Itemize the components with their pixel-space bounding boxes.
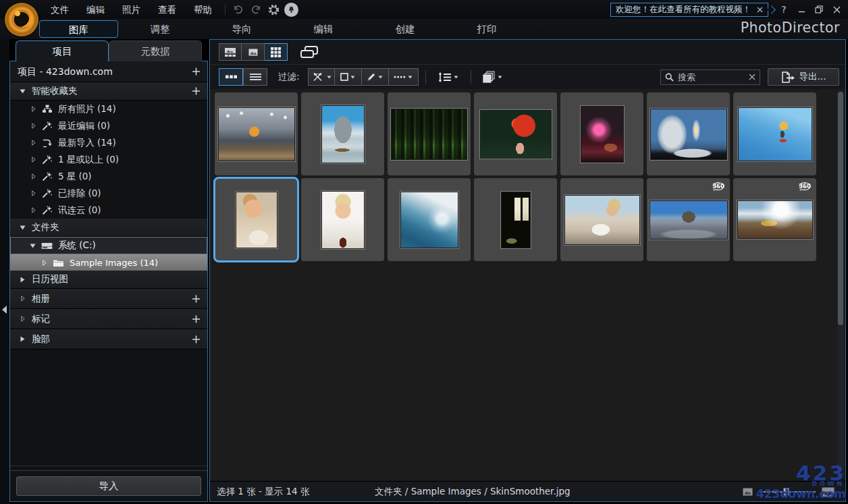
- photo-card-dark-window[interactable]: [474, 178, 557, 261]
- photo-card-karst-boat[interactable]: [301, 92, 384, 175]
- photo-grid: 360 360: [215, 92, 836, 261]
- photo-card-woman-smiling[interactable]: [215, 178, 298, 261]
- tab-adjust[interactable]: 调整: [123, 20, 197, 38]
- redo-button[interactable]: [248, 1, 264, 18]
- section-folders[interactable]: 文件夹: [10, 219, 207, 237]
- photo-card-ocean-wave[interactable]: [388, 178, 471, 261]
- tab-library[interactable]: 图库: [39, 20, 118, 38]
- stack-button[interactable]: [478, 68, 508, 86]
- restore-button[interactable]: [810, 0, 828, 19]
- expander-closed-icon[interactable]: [30, 207, 36, 213]
- export-button[interactable]: 导出...: [768, 68, 839, 86]
- photo-card-neon-sign[interactable]: [560, 92, 643, 175]
- label-filter-button[interactable]: [335, 68, 362, 86]
- small-thumbnail-icon[interactable]: [743, 488, 753, 496]
- section-faces[interactable]: 脸部: [10, 329, 207, 349]
- notifications-button[interactable]: [284, 3, 298, 17]
- sort-button[interactable]: [433, 68, 464, 86]
- expander-closed-icon[interactable]: [20, 296, 26, 302]
- undo-button[interactable]: [230, 1, 246, 18]
- section-calendar-view[interactable]: 日历视图: [10, 271, 207, 289]
- tree-item-one-star-up[interactable]: 1 星或以上(0): [10, 151, 207, 168]
- expander-closed-icon[interactable]: [30, 190, 36, 196]
- welcome-tooltip[interactable]: 欢迎您！在此查看所有的教程视频！: [610, 3, 768, 17]
- expander-open-icon[interactable]: [30, 244, 36, 248]
- close-button[interactable]: [828, 0, 845, 19]
- add-album-button[interactable]: [192, 294, 201, 303]
- close-tooltip-icon[interactable]: [757, 7, 763, 13]
- sidebar-tab-metadata[interactable]: 元数据: [109, 40, 202, 61]
- pencil-icon: [367, 72, 376, 82]
- expander-closed-icon[interactable]: [30, 106, 36, 112]
- large-thumbnail-icon[interactable]: [822, 487, 834, 497]
- tree-item-rejected[interactable]: 已排除(0): [10, 185, 207, 202]
- menu-help[interactable]: 帮助: [185, 0, 221, 19]
- expander-closed-icon[interactable]: [30, 173, 36, 179]
- photo-card-forest-light[interactable]: [388, 92, 471, 175]
- settings-button[interactable]: [265, 1, 282, 18]
- menu-view[interactable]: 查看: [149, 0, 185, 19]
- minimize-button[interactable]: [793, 0, 810, 19]
- single-view-button[interactable]: [242, 43, 265, 61]
- photo-card-maple-leaf[interactable]: [474, 92, 557, 175]
- expander-open-icon[interactable]: [20, 225, 26, 230]
- browse-view-button[interactable]: [219, 43, 242, 61]
- tree-item-recently-edited[interactable]: 最近编辑(0): [10, 117, 207, 134]
- tab-guided[interactable]: 导向: [205, 20, 279, 38]
- expander-closed-icon[interactable]: [30, 157, 36, 163]
- add-smart-collection-button[interactable]: [192, 87, 201, 96]
- section-smart-collection[interactable]: 智能收藏夹: [10, 82, 207, 101]
- sidebar-tab-project[interactable]: 项目: [16, 40, 109, 61]
- zoom-slider[interactable]: [759, 491, 816, 493]
- photo-card-basketball-dunk[interactable]: [215, 92, 298, 175]
- more-filter-button[interactable]: [389, 68, 419, 86]
- section-albums[interactable]: 相册: [10, 289, 207, 309]
- tree-item-sample-images[interactable]: Sample Images (14): [10, 254, 207, 271]
- add-face-button[interactable]: [192, 335, 201, 343]
- flag-filter-button[interactable]: [308, 68, 335, 86]
- tab-print[interactable]: 打印: [450, 20, 524, 38]
- tree-item-latest-import[interactable]: 最新导入(14): [10, 134, 207, 151]
- search-input[interactable]: [678, 72, 745, 82]
- section-tags[interactable]: 标记: [10, 309, 207, 329]
- tree-item-cyberlink-cloud[interactable]: 讯连云(0): [10, 202, 207, 219]
- photo-card-woman-relaxing[interactable]: [560, 178, 643, 261]
- grid-scrollbar[interactable]: [837, 90, 844, 479]
- add-tag-button[interactable]: [192, 314, 201, 323]
- sidebar-collapse-strip[interactable]: [0, 39, 9, 504]
- expander-collapsed-icon[interactable]: [20, 336, 26, 342]
- menu-photo[interactable]: 照片: [113, 0, 149, 19]
- list-view-button[interactable]: [243, 68, 267, 86]
- expander-closed-icon[interactable]: [41, 260, 47, 266]
- thumbnail-size-button[interactable]: [219, 68, 243, 86]
- search-box[interactable]: [660, 69, 760, 85]
- menu-file[interactable]: 文件: [42, 0, 78, 19]
- expander-closed-icon[interactable]: [20, 316, 26, 322]
- collapse-sidebar-icon[interactable]: [2, 306, 7, 314]
- tree-item-drive-c[interactable]: 系统 (C:): [10, 237, 207, 254]
- gear-icon: [267, 3, 280, 16]
- scrollbar-thumb[interactable]: [838, 92, 843, 325]
- add-project-button[interactable]: [192, 67, 201, 76]
- tab-edit[interactable]: 编辑: [286, 20, 361, 38]
- tree-item-all-photos[interactable]: 所有照片(14): [10, 101, 207, 117]
- clear-search-icon[interactable]: [749, 74, 756, 80]
- expander-open-icon[interactable]: [20, 89, 26, 94]
- photo-card-pano-desert[interactable]: 360: [733, 178, 816, 261]
- photo-card-pano-canyon[interactable]: 360: [647, 178, 730, 261]
- photo-card-rocket-launch[interactable]: [647, 92, 730, 175]
- import-button[interactable]: 导入: [16, 476, 201, 496]
- expander-closed-icon[interactable]: [30, 140, 36, 146]
- photo-card-woman-laughing[interactable]: [301, 178, 384, 261]
- expander-closed-icon[interactable]: [30, 123, 36, 129]
- menu-edit[interactable]: 编辑: [78, 0, 113, 19]
- zoom-slider-handle[interactable]: [783, 488, 789, 496]
- tab-create[interactable]: 创建: [368, 20, 442, 38]
- help-button[interactable]: ?: [775, 0, 793, 19]
- expander-collapsed-icon[interactable]: [20, 277, 26, 283]
- tree-item-five-star[interactable]: 5 星(0): [10, 168, 207, 185]
- swap-display-button[interactable]: [300, 45, 319, 59]
- photo-card-skateboarder[interactable]: [733, 92, 816, 175]
- grid-view-button[interactable]: [265, 43, 288, 61]
- edited-filter-button[interactable]: [362, 68, 389, 86]
